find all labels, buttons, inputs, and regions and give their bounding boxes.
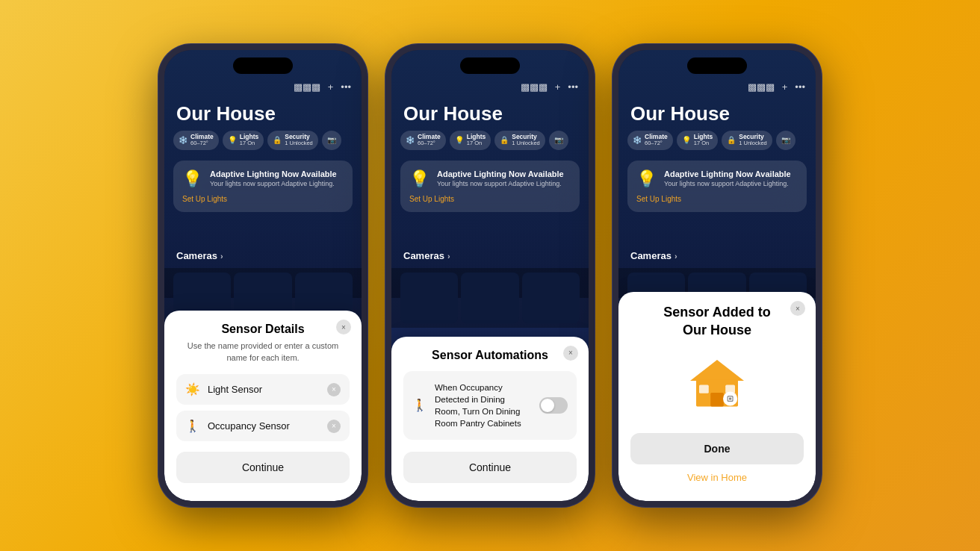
sensor-added-title-2: Our House bbox=[630, 322, 804, 339]
adaptive-lighting-card-3: 💡 Adaptive Lighting Now Available Your l… bbox=[627, 161, 807, 212]
phone-1: ▩▩▩ + ••• Our House ❄️ Climate 60–72° 💡 … bbox=[158, 44, 368, 507]
dynamic-island-2 bbox=[460, 57, 520, 74]
plus-icon-1[interactable]: + bbox=[328, 81, 334, 93]
plus-icon-2[interactable]: + bbox=[555, 81, 561, 93]
climate-value-3: 60–72° bbox=[645, 140, 668, 146]
svg-rect-8 bbox=[729, 397, 731, 399]
sensor-automations-modal: × Sensor Automations 🚶 When Occupancy De… bbox=[391, 337, 589, 501]
camera-icon-1: 📷 bbox=[327, 136, 336, 144]
sensor-details-modal: × Sensor Details Use the name provided o… bbox=[164, 311, 362, 501]
house-title-2: Our House bbox=[403, 102, 503, 125]
sensor-added-title-1: Sensor Added to bbox=[630, 304, 804, 321]
security-value-3: 1 Unlocked bbox=[739, 140, 767, 146]
lights-icon-3: 💡 bbox=[682, 136, 691, 144]
waveform-icon-1: ▩▩▩ bbox=[294, 81, 320, 93]
camera-icon-3: 📷 bbox=[781, 136, 790, 144]
automation-toggle-1[interactable] bbox=[539, 397, 568, 414]
setup-lights-link-2[interactable]: Set Up Lights bbox=[409, 195, 571, 203]
adaptive-lighting-card-1: 💡 Adaptive Lighting Now Available Your l… bbox=[173, 161, 353, 212]
security-icon-2: 🔒 bbox=[500, 136, 509, 144]
camera-thumbs-2 bbox=[391, 268, 589, 328]
adaptive-icon-1: 💡 bbox=[182, 169, 202, 189]
adaptive-icon-3: 💡 bbox=[636, 169, 657, 189]
cam-thumb-2a bbox=[400, 273, 458, 323]
phone-2-controls: ▩▩▩ + ••• bbox=[391, 81, 589, 93]
phone-1-controls: ▩▩▩ + ••• bbox=[164, 81, 362, 93]
waveform-icon-2: ▩▩▩ bbox=[521, 81, 548, 93]
climate-icon-1: ❄️ bbox=[179, 136, 187, 144]
cam-thumb-2c bbox=[522, 273, 580, 323]
more-icon-3[interactable]: ••• bbox=[795, 81, 805, 93]
more-icon-2[interactable]: ••• bbox=[568, 81, 578, 93]
lights-icon-1: 💡 bbox=[228, 136, 237, 144]
chip-lights-1[interactable]: 💡 Lights 17 On bbox=[223, 131, 264, 150]
sensor-item-light: ☀️ Light Sensor × bbox=[176, 374, 350, 405]
adaptive-desc-2: Your lights now support Adaptive Lightin… bbox=[437, 180, 571, 189]
light-sensor-label: Light Sensor bbox=[208, 384, 320, 395]
house-icon-wrapper bbox=[630, 339, 804, 429]
automation-text-1: When Occupancy Detected in Dining Room, … bbox=[435, 382, 532, 429]
more-icon-1[interactable]: ••• bbox=[341, 81, 351, 93]
automation-item-1: 🚶 When Occupancy Detected in Dining Room… bbox=[403, 371, 577, 440]
phone-3-controls: ▩▩▩ + ••• bbox=[618, 81, 816, 93]
security-value-2: 1 Unlocked bbox=[512, 140, 540, 146]
chip-lights-2[interactable]: 💡 Lights 17 On bbox=[450, 131, 491, 150]
cameras-chevron-1: › bbox=[220, 252, 223, 261]
chip-climate-2[interactable]: ❄️ Climate 60–72° bbox=[400, 131, 446, 150]
adaptive-desc-1: Your lights now support Adaptive Lightin… bbox=[210, 180, 344, 189]
phone-1-frame: ▩▩▩ + ••• Our House ❄️ Climate 60–72° 💡 … bbox=[158, 44, 368, 507]
done-button[interactable]: Done bbox=[630, 433, 804, 464]
occupancy-sensor-clear[interactable]: × bbox=[327, 420, 341, 433]
svg-marker-0 bbox=[690, 360, 744, 381]
adaptive-title-2: Adaptive Lighting Now Available bbox=[437, 169, 571, 178]
climate-value-2: 60–72° bbox=[418, 140, 441, 146]
waveform-icon-3: ▩▩▩ bbox=[748, 81, 775, 93]
continue-button-1[interactable]: Continue bbox=[176, 452, 350, 483]
security-icon-3: 🔒 bbox=[727, 136, 736, 144]
setup-lights-link-3[interactable]: Set Up Lights bbox=[636, 195, 798, 203]
adaptive-lighting-card-2: 💡 Adaptive Lighting Now Available Your l… bbox=[400, 161, 580, 212]
lights-value-2: 17 On bbox=[467, 140, 486, 146]
dynamic-island-1 bbox=[233, 57, 293, 74]
lights-value-1: 17 On bbox=[240, 140, 259, 146]
cameras-label-1: Cameras bbox=[176, 250, 217, 261]
view-home-link[interactable]: View in Home bbox=[630, 472, 804, 483]
status-chips-2: ❄️ Climate 60–72° 💡 Lights 17 On 🔒 bbox=[400, 131, 568, 150]
adaptive-icon-2: 💡 bbox=[409, 169, 429, 189]
plus-icon-3[interactable]: + bbox=[782, 81, 788, 93]
cam-thumb-2b bbox=[461, 273, 518, 323]
chip-camera-1[interactable]: 📷 bbox=[322, 131, 341, 150]
chip-security-1[interactable]: 🔒 Security 1 Unlocked bbox=[267, 131, 318, 150]
chip-climate-3[interactable]: ❄️ Climate 60–72° bbox=[627, 131, 673, 150]
automation-icon-1: 🚶 bbox=[412, 398, 427, 412]
continue-button-2[interactable]: Continue bbox=[403, 452, 577, 483]
security-value-1: 1 Unlocked bbox=[285, 140, 313, 146]
chip-climate-1[interactable]: ❄️ Climate 60–72° bbox=[173, 131, 219, 150]
chip-lights-3[interactable]: 💡 Lights 17 On bbox=[677, 131, 719, 150]
lights-icon-2: 💡 bbox=[455, 136, 464, 144]
phone-2: ▩▩▩ + ••• Our House ❄️ Climate 60–72° 💡 … bbox=[385, 44, 595, 507]
house-icon bbox=[687, 354, 747, 414]
chip-camera-2[interactable]: 📷 bbox=[549, 131, 568, 150]
chip-security-3[interactable]: 🔒 Security 1 Unlocked bbox=[722, 131, 772, 150]
adaptive-desc-3: Your lights now support Adaptive Lightin… bbox=[664, 180, 798, 189]
cameras-section-3[interactable]: Cameras › bbox=[630, 250, 677, 261]
occupancy-sensor-icon: 🚶 bbox=[185, 419, 200, 433]
light-sensor-clear[interactable]: × bbox=[327, 383, 341, 396]
status-chips-1: ❄️ Climate 60–72° 💡 Lights 17 On 🔒 bbox=[173, 131, 341, 150]
cameras-section-1[interactable]: Cameras › bbox=[176, 250, 223, 261]
security-icon-1: 🔒 bbox=[273, 136, 282, 144]
adaptive-title-1: Adaptive Lighting Now Available bbox=[210, 169, 344, 178]
house-title-1: Our House bbox=[176, 102, 276, 125]
chip-security-2[interactable]: 🔒 Security 1 Unlocked bbox=[494, 131, 545, 150]
house-title-3: Our House bbox=[630, 102, 730, 125]
setup-lights-link-1[interactable]: Set Up Lights bbox=[182, 195, 344, 203]
light-sensor-icon: ☀️ bbox=[185, 382, 200, 396]
climate-icon-3: ❄️ bbox=[633, 136, 642, 144]
climate-value-1: 60–72° bbox=[190, 140, 214, 146]
cameras-section-2[interactable]: Cameras › bbox=[403, 250, 450, 261]
modal-close-2[interactable]: × bbox=[563, 346, 578, 361]
phone-3: ▩▩▩ + ••• Our House ❄️ Climate 60–72° 💡 … bbox=[612, 44, 822, 507]
chip-camera-3[interactable]: 📷 bbox=[776, 131, 796, 150]
cameras-label-2: Cameras bbox=[403, 250, 444, 261]
